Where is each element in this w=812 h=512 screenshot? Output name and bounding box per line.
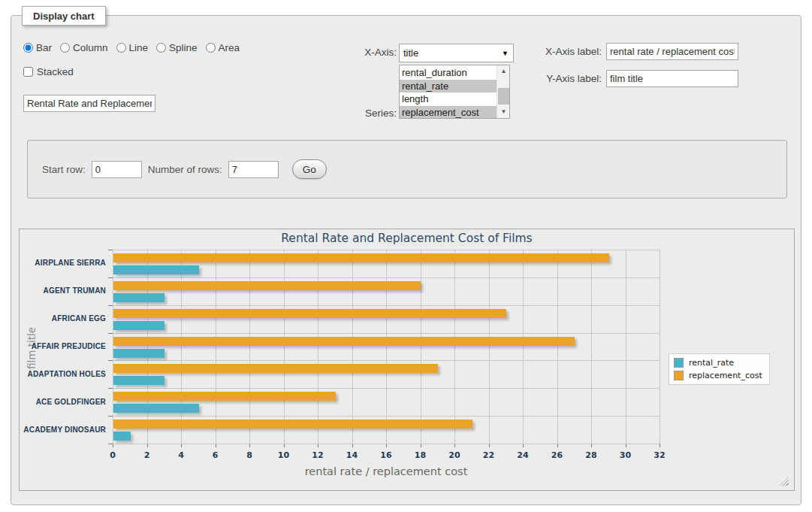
gridline-horizontal [113, 305, 660, 306]
x-tick-mark [660, 444, 660, 447]
y-tick-mark [108, 333, 113, 334]
bar-rental_rate [113, 432, 131, 441]
x-axis-select-value: title [403, 47, 418, 59]
resize-handle-icon[interactable] [780, 477, 789, 486]
x-tick-label: 6 [203, 450, 228, 460]
x-tick-label: 32 [647, 450, 672, 460]
stacked-checkbox-row[interactable]: Stacked [23, 66, 74, 77]
gridline-horizontal [113, 277, 660, 278]
gridline-vertical [421, 250, 421, 444]
display-chart-fieldset: Display chart BarColumnLineSplineArea St… [11, 15, 801, 505]
gridline-horizontal [113, 360, 660, 361]
y-tick-mark [108, 360, 113, 361]
category-label: AFFAIR PREJUDICE [20, 342, 106, 351]
gridline-vertical [557, 250, 558, 444]
x-axis-title: rental rate / replacement cost [113, 465, 660, 477]
gridline-horizontal [113, 333, 660, 334]
gridline-horizontal [113, 388, 660, 389]
chart-type-radios: BarColumnLineSplineArea [23, 42, 240, 53]
x-tick-label: 0 [100, 450, 125, 460]
chart-type-option-bar[interactable]: Bar [23, 42, 52, 53]
radio-label: Spline [169, 42, 198, 53]
series-options: rental_durationrental_ratelengthreplacem… [400, 66, 497, 119]
num-rows-label: Number of rows: [148, 164, 222, 175]
fieldset-legend: Display chart [22, 6, 106, 26]
chart-title-input[interactable] [23, 95, 155, 112]
num-rows-input[interactable] [228, 161, 279, 178]
series-option-length[interactable]: length [400, 92, 497, 106]
x-tick-label: 28 [578, 450, 604, 460]
x-tick-label: 18 [408, 450, 433, 460]
bar-rental_rate [113, 265, 199, 274]
legend-label: replacement_cost [689, 371, 762, 380]
bar-rental_rate [113, 404, 199, 413]
x-tick-label: 16 [373, 450, 399, 460]
radio-label: Column [73, 42, 108, 53]
chart-type-option-area[interactable]: Area [206, 42, 240, 53]
x-tick-label: 10 [271, 450, 297, 460]
y-axis-label-input[interactable] [606, 70, 738, 87]
x-tick-label: 2 [134, 450, 160, 460]
radio-bar[interactable] [23, 43, 33, 53]
chart-type-option-column[interactable]: Column [60, 42, 108, 53]
x-tick-label: 24 [510, 450, 536, 460]
legend-label: rental_rate [689, 358, 734, 368]
radio-column[interactable] [60, 43, 70, 53]
gridline-vertical [216, 250, 216, 444]
gridline-vertical [352, 250, 353, 444]
x-tick-label: 22 [476, 450, 502, 460]
legend-swatch-replacement_cost [674, 371, 684, 380]
bar-replacement_cost [113, 420, 472, 429]
chart-type-option-line[interactable]: Line [116, 42, 149, 53]
category-label: AFRICAN EGG [20, 314, 106, 323]
bar-replacement_cost [113, 337, 575, 346]
series-select-label: Series: [297, 108, 397, 119]
bar-rental_rate [113, 349, 165, 358]
y-tick-mark [108, 250, 113, 250]
gridline-vertical [181, 250, 182, 444]
y-tick-mark [108, 416, 113, 417]
legend-row: rental_rate [674, 358, 762, 368]
scroll-down-icon[interactable]: ▼ [497, 106, 510, 118]
gridline-vertical [284, 250, 285, 444]
category-label: AIRPLANE SIERRA [20, 259, 106, 268]
x-tick-label: 14 [340, 450, 365, 460]
x-tick-label: 12 [305, 450, 331, 460]
scrollbar-thumb[interactable] [498, 88, 509, 105]
radio-line[interactable] [116, 43, 126, 53]
legend-row: replacement_cost [674, 371, 762, 380]
series-option-replacement_cost[interactable]: replacement_cost [400, 106, 497, 120]
gridline-vertical [489, 250, 490, 444]
radio-label: Area [219, 42, 240, 53]
bar-replacement_cost [113, 364, 438, 373]
x-axis-label-label: X-Axis label: [489, 46, 602, 57]
chart-type-option-spline[interactable]: Spline [156, 42, 198, 53]
gridline-vertical [591, 250, 592, 444]
start-row-label: Start row: [42, 164, 86, 175]
gridline-vertical [147, 250, 148, 444]
x-axis-label-input[interactable] [606, 43, 738, 60]
bar-rental_rate [113, 376, 165, 385]
radio-area[interactable] [206, 43, 216, 53]
series-option-rental_duration[interactable]: rental_duration [400, 66, 497, 80]
bar-replacement_cost [113, 281, 421, 290]
x-tick-label: 26 [545, 450, 570, 460]
series-option-rental_rate[interactable]: rental_rate [400, 80, 497, 93]
stacked-label: Stacked [37, 66, 74, 77]
chart-title: Rental Rate and Replacement Cost of Film… [20, 232, 794, 245]
stacked-checkbox[interactable] [23, 67, 33, 77]
category-label: AGENT TRUMAN [20, 286, 106, 295]
radio-label: Line [129, 42, 149, 53]
start-row-input[interactable] [92, 161, 142, 178]
x-tick-label: 30 [613, 450, 638, 460]
chart-panel: Rental Rate and Replacement Cost of Film… [19, 229, 795, 491]
gridline-horizontal [113, 416, 660, 417]
radio-spline[interactable] [156, 43, 166, 53]
bar-rental_rate [113, 321, 165, 330]
y-tick-mark [108, 305, 113, 306]
gridline-vertical [454, 250, 455, 444]
go-button[interactable]: Go [292, 159, 327, 179]
y-axis-label-label: Y-Axis label: [489, 73, 602, 84]
radio-label: Bar [36, 42, 52, 53]
x-tick-label: 8 [237, 450, 262, 460]
